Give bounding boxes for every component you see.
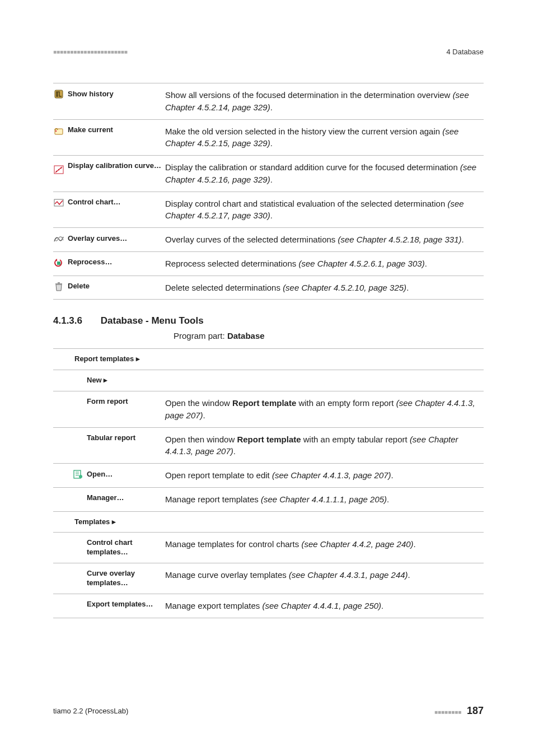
desc-display-calibration: Display the calibration or standard addi… [165, 156, 484, 192]
page-header: ■■■■■■■■■■■■■■■■■■■■■■ 4 Database [53, 48, 484, 56]
reprocess-icon [53, 258, 64, 268]
section-title: Database - Menu Tools [101, 315, 204, 326]
desc-overlay-curves: Overlay curves of the selected determina… [165, 228, 484, 252]
row-overlay-curves: Overlay curves… Overlay curves of the se… [53, 228, 484, 252]
overlay-curves-icon [53, 234, 64, 244]
label-new: New ▸ [87, 376, 107, 384]
label-cc-templates: Control chart templates… [87, 538, 133, 556]
svg-point-2 [55, 130, 57, 131]
desc-tabular-report: Open then window Report template with an… [165, 427, 484, 464]
delete-icon [53, 282, 64, 292]
control-chart-icon [53, 198, 64, 208]
footer-page-number: 187 [467, 705, 484, 716]
label-form-report: Form report [87, 397, 128, 405]
desc-delete: Delete selected determinations (see Chap… [165, 276, 484, 300]
desc-open: Open report template to edit (see Chapte… [165, 464, 484, 488]
label-manager: Manager… [87, 493, 124, 502]
svg-rect-10 [58, 282, 60, 283]
desc-make-current: Make the old version selected in the his… [165, 119, 484, 156]
row-new: New ▸ [53, 370, 484, 391]
svg-point-4 [56, 171, 57, 172]
desc-co-templates: Manage curve overlay templates (see Chap… [165, 563, 484, 594]
row-reprocess: Reprocess… Reprocess selected determinat… [53, 251, 484, 276]
label-overlay-curves: Overlay curves… [68, 234, 127, 244]
svg-point-6 [60, 167, 62, 169]
menu-items-table-1: Show history Show all versions of the fo… [53, 83, 484, 300]
row-curve-overlay-templates: Curve overlay templates… Manage curve ov… [53, 563, 484, 594]
label-export-templates: Export templates… [87, 600, 153, 608]
footer-right: ■■■■■■■■ 187 [434, 705, 484, 717]
program-part-line: Program part: Database [53, 331, 484, 340]
row-form-report: Form report Open the window Report templ… [53, 391, 484, 428]
menu-items-table-2: Report templates ▸ New ▸ Form report Ope… [53, 348, 484, 618]
header-chapter: 4 Database [447, 48, 484, 56]
make-current-icon [53, 125, 64, 136]
svg-rect-8 [57, 262, 60, 265]
section-heading: 4.1.3.6 Database - Menu Tools [53, 315, 484, 326]
page-footer: tiamo 2.2 (ProcessLab) ■■■■■■■■ 187 [53, 705, 484, 717]
desc-export-templates: Manage export templates (see Chapter 4.4… [165, 594, 484, 618]
footer-dots: ■■■■■■■■ [434, 709, 461, 715]
row-open: Open… Open report template to edit (see … [53, 464, 484, 488]
desc-cc-templates: Manage templates for control charts (see… [165, 533, 484, 563]
label-open: Open… [87, 470, 113, 479]
row-display-calibration: Display calibration curve… Display the c… [53, 156, 484, 192]
label-make-current: Make current [68, 125, 113, 135]
label-tabular-report: Tabular report [87, 433, 135, 442]
label-co-templates: Curve overlay templates… [87, 569, 135, 587]
row-templates: Templates ▸ [53, 511, 484, 533]
svg-point-5 [58, 169, 59, 170]
desc-form-report: Open the window Report template with an … [165, 391, 484, 428]
row-report-templates: Report templates ▸ [53, 349, 484, 370]
svg-rect-9 [55, 283, 62, 284]
desc-show-history: Show all versions of the focused determi… [165, 83, 484, 120]
row-control-chart-templates: Control chart templates… Manage template… [53, 533, 484, 563]
history-icon [53, 89, 64, 99]
open-icon [72, 469, 83, 479]
row-control-chart: Control chart… Display control chart and… [53, 192, 484, 228]
label-control-chart: Control chart… [68, 198, 121, 207]
label-templates: Templates ▸ [74, 517, 116, 526]
svg-point-12 [79, 475, 82, 478]
row-export-templates: Export templates… Manage export template… [53, 594, 484, 618]
desc-reprocess: Reprocess selected determinations (see C… [165, 251, 484, 276]
row-make-current: Make current Make the old version select… [53, 119, 484, 156]
row-manager: Manager… Manage report templates (see Ch… [53, 487, 484, 511]
desc-control-chart: Display control chart and statistical ev… [165, 192, 484, 228]
row-tabular-report: Tabular report Open then window Report t… [53, 427, 484, 464]
label-show-history: Show history [68, 90, 114, 99]
footer-product: tiamo 2.2 (ProcessLab) [53, 707, 128, 715]
calibration-curve-icon [53, 165, 64, 175]
label-display-calibration: Display calibration curve… [68, 161, 161, 171]
desc-manager: Manage report templates (see Chapter 4.4… [165, 487, 484, 511]
label-reprocess: Reprocess… [68, 258, 112, 267]
row-show-history: Show history Show all versions of the fo… [53, 83, 484, 120]
label-delete: Delete [68, 282, 90, 291]
svg-rect-0 [55, 90, 63, 98]
section-number: 4.1.3.6 [53, 315, 82, 326]
header-dots-left: ■■■■■■■■■■■■■■■■■■■■■■ [53, 49, 128, 55]
label-report-templates: Report templates ▸ [74, 354, 140, 363]
row-delete: Delete Delete selected determinations (s… [53, 276, 484, 300]
